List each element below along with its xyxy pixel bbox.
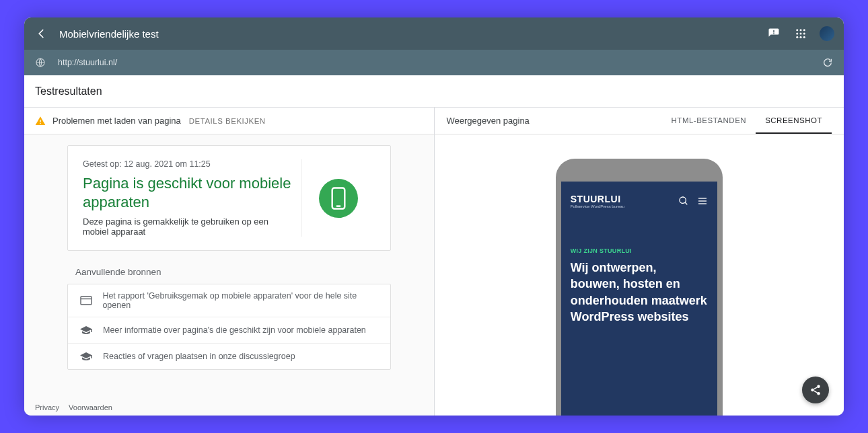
privacy-link[interactable]: Privacy bbox=[35, 403, 59, 411]
svg-point-4 bbox=[800, 33, 802, 35]
list-item[interactable]: Reacties of vragen plaatsen in onze disc… bbox=[68, 344, 390, 369]
phone-screenshot: STUURLUI Fullservice WordPress bureau WI… bbox=[561, 182, 717, 416]
svg-rect-14 bbox=[81, 297, 92, 305]
preview-header: Weergegeven pagina HTML-BESTANDEN SCREEN… bbox=[435, 108, 844, 134]
search-icon bbox=[678, 196, 689, 206]
report-icon bbox=[79, 294, 93, 307]
svg-point-5 bbox=[803, 33, 805, 35]
result-card: Getest op: 12 aug. 2021 om 11:25 Pagina … bbox=[67, 145, 391, 251]
list-item[interactable]: Meer informatie over pagina's die geschi… bbox=[68, 317, 390, 344]
site-logo: STUURLUI bbox=[571, 194, 624, 204]
refresh-button[interactable] bbox=[821, 56, 834, 69]
apps-icon[interactable] bbox=[793, 26, 809, 42]
svg-point-2 bbox=[803, 29, 805, 31]
tested-timestamp: Getest op: 12 aug. 2021 om 11:25 bbox=[83, 159, 295, 169]
svg-point-21 bbox=[817, 385, 820, 389]
tab-html[interactable]: HTML-BESTANDEN bbox=[662, 108, 756, 134]
preview-title: Weergegeven pagina bbox=[447, 116, 662, 126]
svg-rect-11 bbox=[40, 123, 40, 124]
app-window: Mobielvriendelijke test http://stuurlui.… bbox=[24, 17, 844, 416]
list-item-label: Reacties of vragen plaatsen in onze disc… bbox=[103, 352, 295, 361]
warning-text: Problemen met laden van pagina bbox=[52, 116, 181, 126]
additional-heading: Aanvullende bronnen bbox=[75, 267, 391, 277]
avatar[interactable] bbox=[820, 26, 834, 41]
list-item-label: Het rapport 'Gebruiksgemak op mobiele ap… bbox=[102, 291, 379, 310]
page-title: Mobielvriendelijke test bbox=[59, 28, 159, 40]
warning-bar: Problemen met laden van pagina DETAILS B… bbox=[24, 108, 434, 134]
terms-link[interactable]: Voorwaarden bbox=[69, 403, 112, 411]
preview-area: STUURLUI Fullservice WordPress bureau WI… bbox=[435, 134, 844, 416]
phone-frame: STUURLUI Fullservice WordPress bureau WI… bbox=[556, 159, 723, 416]
additional-list: Het rapport 'Gebruiksgemak op mobiele ap… bbox=[67, 284, 391, 370]
svg-rect-10 bbox=[40, 120, 40, 122]
svg-point-6 bbox=[796, 36, 798, 38]
verdict-heading: Pagina is geschikt voor mobiele apparate… bbox=[83, 174, 295, 211]
mobile-friendly-badge bbox=[319, 179, 358, 218]
globe-icon bbox=[34, 56, 47, 69]
verdict-subtext: Deze pagina is gemakkelijk te gebruiken … bbox=[83, 216, 295, 237]
share-button[interactable] bbox=[802, 377, 829, 403]
education-icon bbox=[79, 350, 94, 362]
education-icon bbox=[79, 324, 94, 336]
svg-point-8 bbox=[803, 36, 805, 38]
feedback-icon[interactable] bbox=[766, 26, 782, 42]
content: Problemen met laden van pagina DETAILS B… bbox=[24, 108, 844, 416]
list-item-label: Meer informatie over pagina's die geschi… bbox=[103, 325, 366, 335]
svg-line-17 bbox=[685, 202, 687, 204]
svg-point-1 bbox=[800, 29, 802, 31]
footer: Privacy Voorwaarden bbox=[35, 403, 112, 411]
svg-point-16 bbox=[680, 197, 686, 203]
svg-point-7 bbox=[800, 36, 802, 38]
warning-icon bbox=[35, 116, 46, 126]
url-text[interactable]: http://stuurlui.nl/ bbox=[58, 58, 821, 67]
hero-heading: Wij ontwerpen, bouwen, hosten en onderho… bbox=[571, 260, 708, 325]
results-panel: Problemen met laden van pagina DETAILS B… bbox=[24, 108, 435, 416]
list-item[interactable]: Het rapport 'Gebruiksgemak op mobiele ap… bbox=[68, 284, 390, 317]
warning-details-link[interactable]: DETAILS BEKIJKEN bbox=[189, 117, 266, 125]
svg-point-0 bbox=[796, 29, 798, 31]
tab-screenshot[interactable]: SCREENSHOT bbox=[756, 108, 832, 134]
site-logo-sub: Fullservice WordPress bureau bbox=[571, 204, 624, 208]
svg-point-23 bbox=[817, 392, 820, 395]
preview-panel: Weergegeven pagina HTML-BESTANDEN SCREEN… bbox=[435, 108, 844, 416]
hamburger-icon bbox=[697, 196, 708, 206]
top-bar: Mobielvriendelijke test bbox=[24, 17, 844, 50]
url-bar: http://stuurlui.nl/ bbox=[24, 50, 844, 75]
svg-point-3 bbox=[796, 33, 798, 35]
svg-point-22 bbox=[811, 389, 814, 392]
back-button[interactable] bbox=[34, 26, 50, 42]
subheader: Testresultaten bbox=[24, 75, 844, 108]
hero-tagline: WIJ ZIJN STUURLUI bbox=[571, 247, 708, 254]
